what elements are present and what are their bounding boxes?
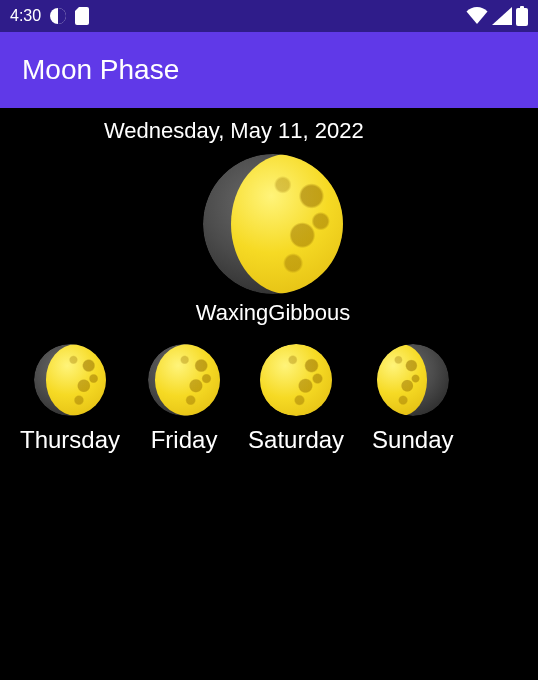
forecast-moon-icon: [260, 344, 332, 416]
svg-rect-1: [516, 8, 528, 26]
forecast-item-thursday: Thursday: [20, 344, 120, 454]
status-bar-right: [466, 6, 528, 26]
forecast-moon-icon: [34, 344, 106, 416]
content-area: Wednesday, May 11, 2022 WaxingGibbous Th…: [0, 108, 538, 454]
status-bar-left: 4:30: [10, 7, 89, 25]
forecast-day-label: Sunday: [372, 426, 453, 454]
contrast-circle-icon: [49, 7, 67, 25]
app-bar: Moon Phase: [0, 32, 538, 108]
forecast-moon-icon: [377, 344, 449, 416]
moon-lit-layer: [46, 344, 106, 416]
forecast-day-label: Friday: [151, 426, 218, 454]
forecast-item-friday: Friday: [148, 344, 220, 454]
forecast-moon-icon: [148, 344, 220, 416]
status-time: 4:30: [10, 7, 41, 25]
svg-rect-2: [520, 6, 524, 9]
status-bar: 4:30: [0, 0, 538, 32]
today-date: Wednesday, May 11, 2022: [0, 116, 538, 144]
forecast-row: Thursday Friday Saturday Sunday: [0, 344, 538, 454]
forecast-item-sunday: Sunday: [372, 344, 453, 454]
moon-lit-layer: [260, 344, 332, 416]
forecast-day-label: Thursday: [20, 426, 120, 454]
today-moon-illustration: [203, 154, 343, 294]
today-moon-row: [0, 154, 538, 294]
forecast-item-saturday: Saturday: [248, 344, 344, 454]
battery-icon: [516, 6, 528, 26]
forecast-day-label: Saturday: [248, 426, 344, 454]
signal-icon: [492, 7, 512, 25]
wifi-icon: [466, 7, 488, 25]
moon-lit-layer: [155, 344, 220, 416]
sd-card-icon: [75, 7, 89, 25]
app-title: Moon Phase: [22, 54, 179, 86]
moon-lit-layer: [231, 154, 343, 294]
today-phase-name: WaxingGibbous: [0, 300, 538, 326]
